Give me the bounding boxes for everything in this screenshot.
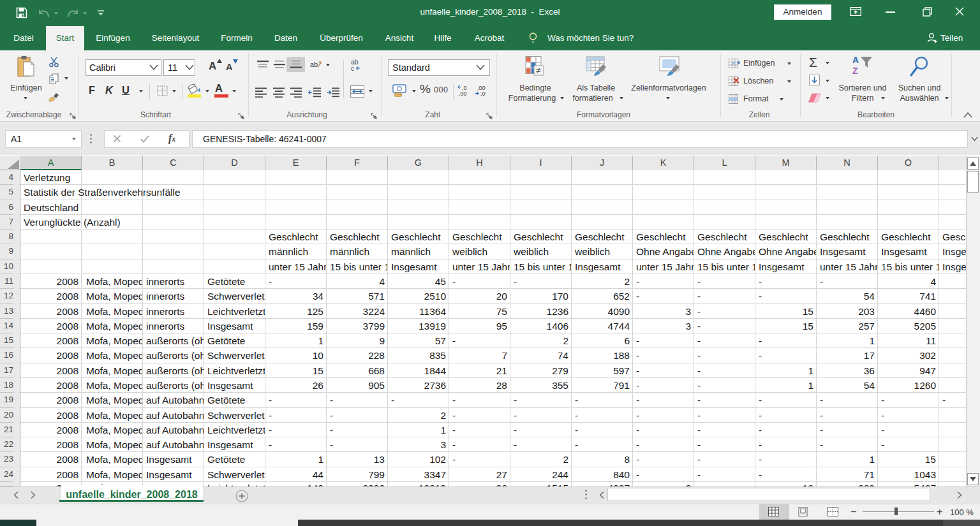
svg-text:,00: ,00 — [459, 91, 467, 97]
svg-text:≠: ≠ — [536, 66, 540, 75]
svg-text:,0: ,0 — [480, 91, 486, 97]
svg-text:,00: ,00 — [477, 85, 486, 91]
svg-text:,0: ,0 — [462, 85, 467, 91]
svg-text:ab: ab — [310, 61, 318, 68]
svg-text:c: c — [351, 64, 354, 71]
svg-text:A: A — [852, 55, 859, 65]
svg-text:Z: Z — [852, 66, 858, 76]
